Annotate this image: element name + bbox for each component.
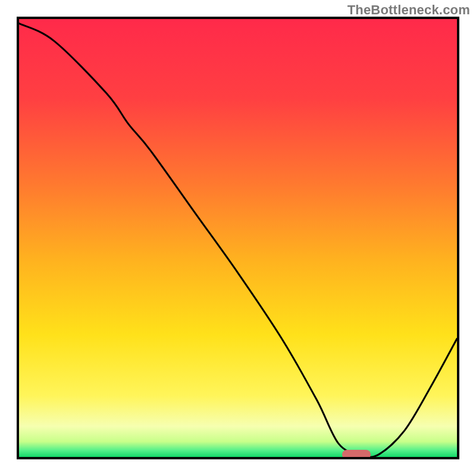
optimal-marker bbox=[342, 450, 371, 457]
chart-stage: TheBottleneck.com bbox=[0, 0, 476, 476]
bottleneck-curve bbox=[19, 19, 457, 457]
watermark-text: TheBottleneck.com bbox=[347, 2, 470, 18]
plot-inner bbox=[19, 19, 457, 457]
plot-frame bbox=[17, 17, 459, 459]
